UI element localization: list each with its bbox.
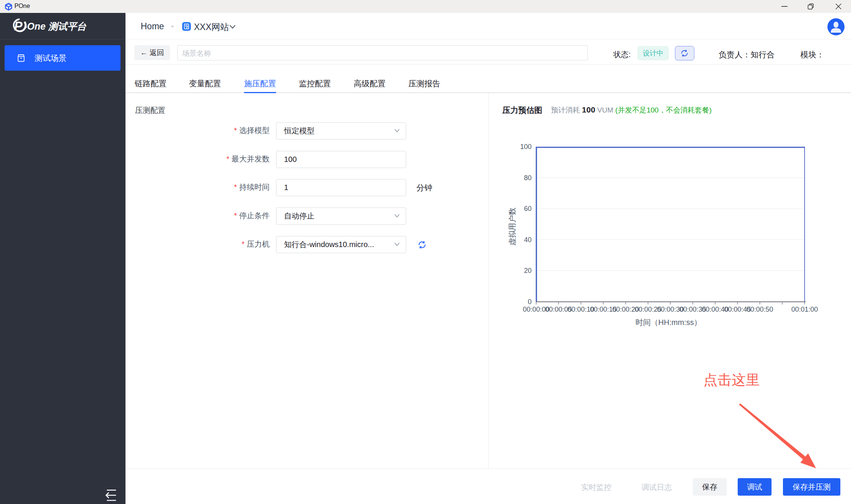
svg-text:00:00:50: 00:00:50 xyxy=(746,306,773,313)
svg-text:0: 0 xyxy=(528,298,532,306)
svg-text:100: 100 xyxy=(520,143,532,151)
svg-text:-One 测试平台: -One 测试平台 xyxy=(24,21,87,32)
svg-text:40: 40 xyxy=(524,236,532,244)
svg-text:虚拟用户数: 虚拟用户数 xyxy=(508,208,516,246)
svg-text:60: 60 xyxy=(524,205,532,212)
svg-text:P: P xyxy=(14,19,23,33)
svg-text:00:01:00: 00:01:00 xyxy=(791,306,818,313)
svg-text:80: 80 xyxy=(524,174,532,182)
svg-text:时间（HH:mm:ss）: 时间（HH:mm:ss） xyxy=(635,318,701,326)
svg-text:20: 20 xyxy=(524,267,532,274)
